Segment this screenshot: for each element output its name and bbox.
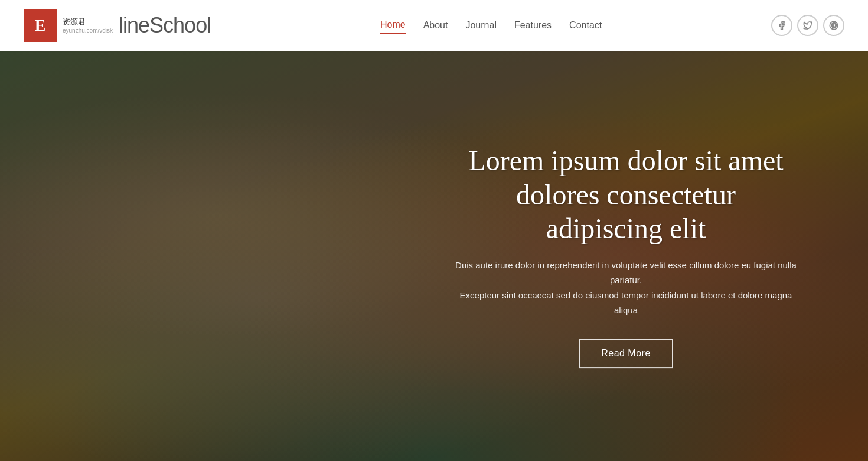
- hero-desc-line2: Excepteur sint occaecat sed do eiusmod t…: [460, 290, 792, 316]
- site-title: lineSchool: [119, 13, 211, 38]
- header: E 资源君 eyunzhu.com/vdisk lineSchool Home …: [0, 0, 868, 51]
- facebook-icon[interactable]: [771, 15, 792, 36]
- nav-item-about[interactable]: About: [423, 17, 448, 34]
- hero-desc-line1: Duis aute irure dolor in reprehenderit i…: [455, 260, 797, 285]
- nav-item-home[interactable]: Home: [380, 17, 406, 34]
- logo-chinese-text: 资源君: [63, 17, 113, 27]
- hero-title: Lorem ipsum dolor sit amet dolores conse…: [455, 144, 797, 246]
- logo-eyunzhu-text: eyunzhu.com/vdisk: [63, 27, 113, 34]
- nav: Home About Journal Features Contact: [380, 17, 602, 34]
- logo-box: E: [24, 9, 57, 42]
- hero-title-line1: Lorem ipsum dolor sit amet: [468, 145, 783, 176]
- hero-title-line2: dolores consectetur adipiscing elit: [516, 179, 736, 245]
- nav-item-features[interactable]: Features: [514, 17, 552, 34]
- hero-description: Duis aute irure dolor in reprehenderit i…: [455, 258, 797, 318]
- logo-text-block: 资源君 eyunzhu.com/vdisk: [63, 17, 113, 34]
- social-icons: [771, 15, 844, 36]
- nav-item-journal[interactable]: Journal: [465, 17, 496, 34]
- logo-letter: E: [35, 17, 46, 34]
- read-more-button[interactable]: Read More: [579, 339, 673, 368]
- hero-content: Lorem ipsum dolor sit amet dolores conse…: [455, 144, 797, 368]
- hero-section: Lorem ipsum dolor sit amet dolores conse…: [0, 51, 868, 461]
- twitter-icon[interactable]: [797, 15, 818, 36]
- nav-item-contact[interactable]: Contact: [569, 17, 602, 34]
- logo-area: E 资源君 eyunzhu.com/vdisk lineSchool: [24, 9, 211, 42]
- pinterest-icon[interactable]: [823, 15, 844, 36]
